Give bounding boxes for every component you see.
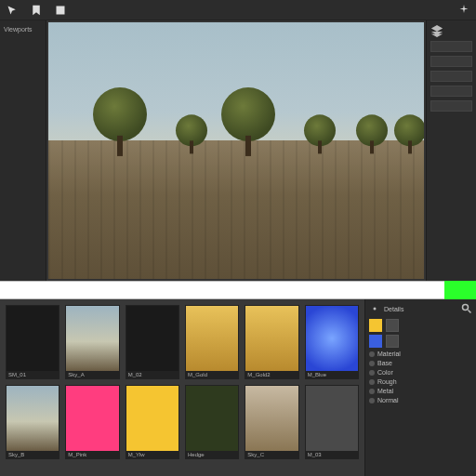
asset-label: Sky_C (245, 451, 298, 458)
layers-icon[interactable] (430, 24, 443, 37)
asset-item[interactable]: Sky_B (6, 385, 60, 459)
bookmark-icon[interactable] (30, 4, 43, 17)
assets-row: SM_01 Sky_A M_02 M_Gold M_Gold2 M_Blue S… (0, 299, 476, 476)
asset-label: M_Blue (306, 371, 358, 378)
right-rail (426, 20, 476, 281)
gear-icon[interactable] (369, 303, 380, 314)
swatch-blue[interactable] (369, 335, 382, 348)
main-row: Viewports (0, 20, 476, 281)
asset-label: M_Gold2 (245, 371, 298, 378)
asset-thumb (186, 306, 238, 371)
sparkle-icon[interactable] (457, 4, 470, 17)
inspector-row[interactable]: Material (369, 350, 472, 357)
asset-thumb (66, 306, 118, 371)
asset-label: M_Pink (66, 451, 118, 458)
asset-item[interactable]: Sky_A (65, 305, 119, 379)
inspector-row[interactable]: Normal (369, 397, 472, 403)
asset-item[interactable]: M_03 (305, 385, 359, 459)
right-rail-slot[interactable] (430, 86, 472, 97)
asset-item[interactable]: M_Ylw (126, 385, 179, 459)
top-toolbar (0, 0, 476, 20)
scene-tree (394, 114, 424, 153)
svg-point-1 (374, 308, 377, 311)
asset-thumb (126, 306, 178, 371)
right-rail-slot[interactable] (430, 56, 472, 67)
asset-grid: SM_01 Sky_A M_02 M_Gold M_Gold2 M_Blue S… (0, 299, 364, 476)
inspector-swatch-row (369, 319, 472, 332)
go-button[interactable] (444, 281, 476, 299)
asset-item[interactable]: Sky_C (245, 385, 298, 459)
asset-thumb (7, 306, 59, 371)
scene-viewport[interactable] (48, 22, 424, 279)
swatch-yellow[interactable] (369, 319, 382, 332)
scene-tree (304, 114, 336, 153)
asset-thumb (66, 386, 118, 451)
scene-tree (221, 87, 275, 156)
asset-label: Hedge (186, 451, 238, 458)
left-rail-title: Viewports (4, 26, 42, 33)
asset-item[interactable]: SM_01 (6, 305, 60, 379)
address-strip (0, 281, 476, 299)
asset-item[interactable]: M_Blue (305, 305, 359, 379)
asset-thumb (306, 386, 358, 451)
asset-label: M_02 (126, 371, 178, 378)
viewport-panel (46, 20, 426, 281)
asset-thumb (126, 386, 178, 451)
inspector-swatch-row (369, 335, 472, 348)
inspector-title: Details (384, 306, 403, 312)
viewport-ground (48, 140, 424, 279)
asset-thumb (245, 386, 298, 451)
asset-thumb (7, 386, 59, 451)
asset-item[interactable]: M_Pink (65, 385, 119, 459)
scene-tree (176, 114, 207, 153)
asset-thumb (306, 306, 358, 371)
asset-item[interactable]: M_02 (126, 305, 179, 379)
inspector-row[interactable]: Base (369, 360, 472, 366)
svg-rect-0 (57, 6, 65, 14)
search-icon[interactable] (461, 303, 472, 314)
scene-tree (93, 87, 147, 156)
right-rail-slot[interactable] (430, 41, 472, 52)
asset-item[interactable]: M_Gold (185, 305, 239, 379)
scene-tree (356, 114, 388, 153)
stop-icon[interactable] (54, 4, 67, 17)
asset-thumb (245, 306, 298, 371)
right-rail-slot[interactable] (430, 71, 472, 82)
svg-point-2 (463, 305, 469, 311)
left-rail: Viewports (0, 20, 46, 281)
swatch-grey[interactable] (386, 319, 399, 332)
asset-label: M_Gold (186, 371, 238, 378)
asset-label: M_Ylw (126, 451, 178, 458)
inspector-panel: Details Material Base Color Rough Metal … (364, 299, 476, 476)
asset-label: SM_01 (7, 371, 59, 378)
inspector-row[interactable]: Metal (369, 388, 472, 394)
inspector-row[interactable]: Rough (369, 378, 472, 385)
asset-thumb (186, 386, 238, 451)
asset-label: Sky_A (66, 371, 118, 378)
asset-label: Sky_B (7, 451, 59, 458)
pointer-icon[interactable] (6, 4, 19, 17)
inspector-row[interactable]: Color (369, 369, 472, 376)
asset-label: M_03 (306, 451, 358, 458)
right-rail-slot[interactable] (430, 100, 472, 112)
swatch-grey[interactable] (386, 335, 399, 348)
asset-item[interactable]: M_Gold2 (245, 305, 298, 379)
asset-item[interactable]: Hedge (185, 385, 239, 459)
